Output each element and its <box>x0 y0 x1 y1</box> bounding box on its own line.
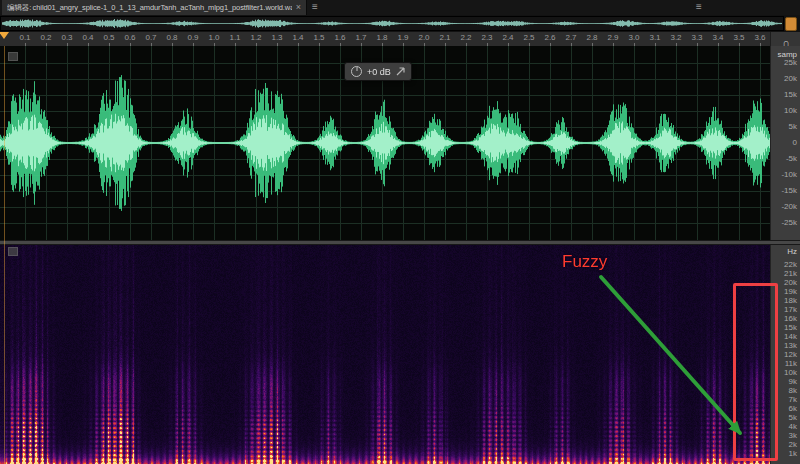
frequency-tick-label: 1k <box>789 450 797 458</box>
frequency-tick-label: 22k <box>784 261 797 269</box>
tab-title: 编辑器: child01_angry_splice-1_0_1_13_amdur… <box>7 3 292 13</box>
ruler-tick-label: 1.4 <box>292 33 303 42</box>
ruler-tick-label: 3.1 <box>649 33 660 42</box>
gain-value: +0 dB <box>367 67 391 77</box>
ruler-tick-label: 2.2 <box>460 33 471 42</box>
amplitude-tick-label: -10k <box>781 171 797 179</box>
frequency-tick-label: 21k <box>784 270 797 278</box>
frequency-tick-label: 3k <box>789 432 797 440</box>
frequency-tick-label: 20k <box>784 279 797 287</box>
ruler-tick-label: 3.6 <box>754 33 765 42</box>
ruler-tick-label: 1.8 <box>376 33 387 42</box>
panel-corner-icon[interactable] <box>8 52 18 61</box>
ruler-tick-label: 2.7 <box>565 33 576 42</box>
frequency-tick-label: 10k <box>784 369 797 377</box>
panel-menu-icon[interactable]: ≡ <box>307 0 323 15</box>
ruler-tick-label: 2.5 <box>523 33 534 42</box>
spectrogram-panel: Hz 22k21k20k19k18k17k16k15k14k13k12k11k1… <box>0 243 800 464</box>
ruler-tick-label: 1.7 <box>355 33 366 42</box>
amplitude-tick-label: 25k <box>784 59 797 67</box>
ruler-tick-label: 1.0 <box>208 33 219 42</box>
amplitude-tick-label: -5k <box>786 155 797 163</box>
annotation-label: Fuzzy <box>562 252 607 272</box>
ruler-tick-label: 1.1 <box>229 33 240 42</box>
frequency-tick-label: 13k <box>784 342 797 350</box>
amplitude-tick-label: 20k <box>784 75 797 83</box>
frequency-tick-label: 5k <box>789 414 797 422</box>
frequency-tick-label: 9k <box>789 378 797 386</box>
ruler-options-button[interactable]: ∩ <box>770 32 800 46</box>
timeline-ruler[interactable]: 0.10.20.30.40.50.60.70.80.91.01.11.21.31… <box>0 32 800 47</box>
frequency-tick-label: 4k <box>789 423 797 431</box>
ruler-tick-label: 0.5 <box>103 33 114 42</box>
frequency-unit-label: Hz <box>787 247 797 256</box>
amplitude-scale[interactable]: samp 25k20k15k10k5k0-5k-10k-15k-20k-25k <box>770 46 800 240</box>
ruler-tick-label: 3.0 <box>628 33 639 42</box>
amplitude-tick-label: 0 <box>793 139 797 147</box>
ruler-tick-label: 0.8 <box>166 33 177 42</box>
audio-editor-window: 编辑器: child01_angry_splice-1_0_1_13_amdur… <box>0 0 800 464</box>
amplitude-tick-label: -15k <box>781 187 797 195</box>
frequency-tick-label: 6k <box>789 405 797 413</box>
gain-hud[interactable]: +0 dB <box>344 62 412 81</box>
ruler-tick-label: 2.3 <box>481 33 492 42</box>
ruler-tick-label: 3.3 <box>691 33 702 42</box>
playhead-line[interactable] <box>4 46 5 464</box>
frequency-tick-label: 8k <box>789 387 797 395</box>
ruler-tick-label: 3.2 <box>670 33 681 42</box>
frequency-tick-label: 15k <box>784 324 797 332</box>
navigator-handle[interactable] <box>785 17 797 31</box>
amplitude-tick-label: -25k <box>781 219 797 227</box>
ruler-tick-label: 2.1 <box>439 33 450 42</box>
frequency-tick-label: 16k <box>784 315 797 323</box>
editor-tab[interactable]: 编辑器: child01_angry_splice-1_0_1_13_amdur… <box>2 0 307 15</box>
playhead-caret[interactable] <box>0 32 9 39</box>
gain-knob-icon[interactable] <box>351 66 362 77</box>
tab-bar: 编辑器: child01_angry_splice-1_0_1_13_amdur… <box>0 0 800 16</box>
ruler-tick-label: 0.3 <box>61 33 72 42</box>
frequency-tick-label: 19k <box>784 288 797 296</box>
zoom-navigator[interactable] <box>0 15 800 33</box>
ruler-tick-label: 2.9 <box>607 33 618 42</box>
ruler-tick-label: 0.6 <box>124 33 135 42</box>
ruler-tick-label: 0.1 <box>19 33 30 42</box>
ruler-tick-labels: 0.10.20.30.40.50.60.70.80.91.01.11.21.31… <box>0 32 770 46</box>
ruler-tick-label: 0.4 <box>82 33 93 42</box>
frequency-tick-label: 11k <box>785 360 797 368</box>
frequency-tick-label: 18k <box>784 297 797 305</box>
tab-panel-name: 编辑器: <box>7 3 31 12</box>
amplitude-tick-label: 5k <box>789 123 797 131</box>
tab-close-icon[interactable]: × <box>296 3 301 12</box>
panel-splitter[interactable] <box>0 240 800 245</box>
ruler-tick-label: 2.6 <box>544 33 555 42</box>
ruler-tick-label: 1.2 <box>250 33 261 42</box>
ruler-tick-label: 3.5 <box>733 33 744 42</box>
frequency-tick-label: 12k <box>784 351 797 359</box>
frequency-tick-label: 2k <box>789 441 797 449</box>
ruler-tick-label: 0.7 <box>145 33 156 42</box>
amplitude-tick-label: 15k <box>784 91 797 99</box>
ruler-tick-label: 2.8 <box>586 33 597 42</box>
panel-menu-icon-right[interactable]: ≡ <box>691 0 707 14</box>
overview-waveform-canvas[interactable] <box>0 16 784 31</box>
ruler-tick-label: 1.3 <box>271 33 282 42</box>
ruler-tick-label: 0.9 <box>187 33 198 42</box>
ruler-tick-label: 1.6 <box>334 33 345 42</box>
panel-corner-icon[interactable] <box>8 247 18 256</box>
amplitude-tick-label: 10k <box>784 107 797 115</box>
ruler-tick-label: 2.4 <box>502 33 513 42</box>
frequency-tick-label: 17k <box>784 306 797 314</box>
ruler-tick-label: 1.9 <box>397 33 408 42</box>
frequency-tick-label: 7k <box>789 396 797 404</box>
amplitude-tick-label: -20k <box>781 203 797 211</box>
annotation-box <box>733 283 778 461</box>
ruler-tick-label: 2.0 <box>418 33 429 42</box>
ruler-tick-label: 1.5 <box>313 33 324 42</box>
ruler-tick-label: 0.2 <box>40 33 51 42</box>
ruler-tick-label: 3.4 <box>712 33 723 42</box>
hud-expand-icon[interactable] <box>396 67 405 76</box>
frequency-tick-label: 14k <box>784 333 797 341</box>
tab-filename: child01_angry_splice-1_0_1_13_amdurTanh_… <box>33 3 292 12</box>
spectrogram-canvas[interactable] <box>0 243 770 464</box>
waveform-panel: samp 25k20k15k10k5k0-5k-10k-15k-20k-25k … <box>0 46 800 240</box>
